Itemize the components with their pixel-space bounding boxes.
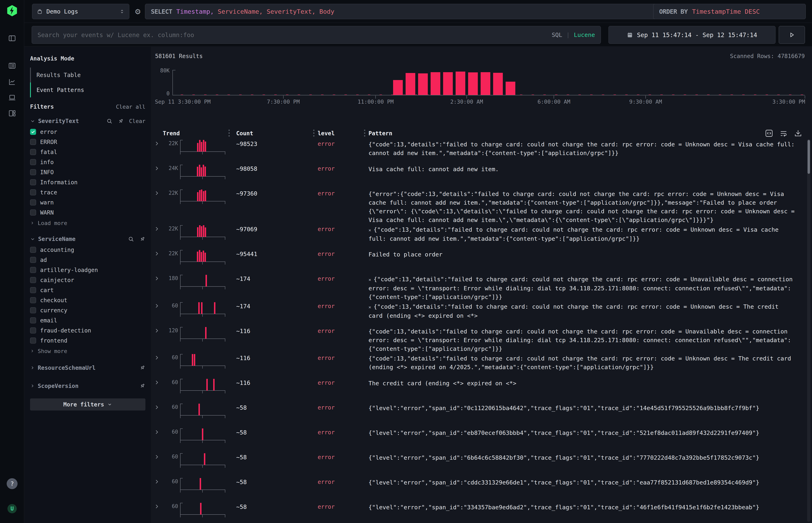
histogram-bar[interactable] [418,73,428,95]
gear-icon[interactable]: ⚙ [133,6,143,17]
pattern-row[interactable]: 22K ~98523 error {"code":13,"details":"f… [152,139,812,164]
search-field[interactable]: SQL | Lucene [32,26,601,44]
filter-option[interactable]: info [30,157,145,167]
pattern-cell[interactable]: {"level":"error","span_id":"6b64c6c58842… [363,452,812,462]
events-histogram[interactable]: 80K 0 Sep 11 3:30:00 PM7:30:00 PM11:00:0… [173,70,805,95]
chevron-down-icon[interactable] [30,236,35,242]
row-expand-chevron-icon[interactable] [154,139,163,146]
filter-option[interactable]: INFO [30,167,145,177]
checkbox-unchecked[interactable] [30,307,36,313]
code-view-icon[interactable] [765,129,773,138]
pattern-cell[interactable]: ×{"code":13,"details":"failed to charge … [363,302,812,320]
mode-results-table[interactable]: Results Table [30,68,145,83]
group-clear-link[interactable]: Clear [129,118,145,124]
time-range-picker[interactable]: Sep 11 15:47:14 - Sep 12 15:47:14 [608,26,776,44]
app-logo[interactable] [6,5,18,17]
pattern-row[interactable]: 60 ~116 error {"code":13,"details":"fail… [152,353,812,378]
column-header-count[interactable]: Count [227,130,312,137]
pattern-cell[interactable]: The credit card (ending <*> expired on <… [363,378,812,388]
row-expand-chevron-icon[interactable] [154,189,163,196]
pattern-row[interactable]: 60 ~58 error {"level":"error","span_id":… [152,477,812,502]
search-input[interactable] [37,32,552,38]
filter-option[interactable]: ERROR [30,137,145,147]
row-expand-chevron-icon[interactable] [154,224,163,232]
row-expand-chevron-icon[interactable] [154,403,163,410]
pattern-row[interactable]: 180 ~174 error ×{"code":13,"details":"fa… [152,274,812,302]
checkbox-unchecked[interactable] [30,287,36,293]
download-icon[interactable] [794,129,802,138]
filter-group-resourceschemaurl[interactable]: ResourceSchemaUrl [30,361,145,374]
filter-option[interactable]: error [30,127,145,137]
row-expand-chevron-icon[interactable] [154,477,163,485]
vertical-scrollbar[interactable] [807,139,810,522]
checkbox-unchecked[interactable] [30,267,36,273]
filter-group-severitytext[interactable]: SeverityText Clear [30,118,145,124]
exclude-x-icon[interactable]: × [369,277,371,282]
help-button[interactable]: ? [7,478,18,489]
sessions-icon[interactable] [8,93,17,102]
filter-option[interactable]: Information [30,177,145,187]
pattern-cell[interactable]: ×{"code":13,"details":"failed to charge … [363,274,812,302]
checkbox-unchecked[interactable] [30,257,36,263]
column-header-trend[interactable]: Trend [154,130,227,137]
mode-event-patterns[interactable]: Event Patterns [30,83,145,97]
checkbox-unchecked[interactable] [30,338,36,344]
histogram-bar[interactable] [406,73,415,95]
filter-group-servicename[interactable]: ServiceName [30,236,145,242]
pattern-row[interactable]: 22K ~97360 error {"error":{"code":13,"de… [152,189,812,224]
pattern-cell[interactable]: {"level":"error","span_id":"eb870ecef063… [363,428,812,437]
more-filters-button[interactable]: More filters [30,398,145,411]
checkbox-unchecked[interactable] [30,149,36,155]
chevron-down-icon[interactable] [30,119,35,124]
histogram-bar[interactable] [456,72,465,95]
pattern-row[interactable]: 60 ~116 error The credit card (ending <*… [152,378,812,403]
toggle-lucene[interactable]: Lucene [574,32,595,38]
run-query-button[interactable] [779,26,805,44]
filter-option[interactable]: email [30,315,145,325]
order-by-input[interactable]: ORDER BY TimestampTime DESC [653,4,806,19]
checkbox-unchecked[interactable] [30,159,36,165]
filter-option[interactable]: artillery-loadgen [30,265,145,275]
filter-option[interactable]: fraud-detection [30,325,145,336]
column-header-level[interactable]: level [312,130,363,137]
filter-option[interactable]: fatal [30,147,145,157]
row-expand-chevron-icon[interactable] [154,452,163,460]
pattern-row[interactable]: 120 ~116 error {"code":13,"details":"fai… [152,326,812,353]
pattern-row[interactable]: 24K ~98058 error Visa cache full: cannot… [152,164,812,189]
filter-option[interactable]: currency [30,305,145,315]
source-select[interactable]: Demo Logs [32,4,129,19]
checkbox-unchecked[interactable] [30,297,36,303]
checkbox-unchecked[interactable] [30,189,36,195]
exclude-x-icon[interactable]: × [369,228,371,233]
histogram-bar[interactable] [443,72,453,95]
search-icon[interactable] [106,118,112,124]
column-grip-icon[interactable] [229,129,230,138]
scrollbar-thumb[interactable] [808,140,810,174]
row-expand-chevron-icon[interactable] [154,274,163,281]
pattern-cell[interactable]: {"code":13,"details":"failed to charge c… [363,139,812,158]
histogram-bar[interactable] [430,72,440,95]
pattern-row[interactable]: 60 ~58 error {"level":"error","span_id":… [152,428,812,452]
pin-icon[interactable] [139,365,145,371]
filter-option[interactable]: trace [30,187,145,197]
row-expand-chevron-icon[interactable] [154,326,163,333]
checkbox-unchecked[interactable] [30,169,36,175]
histogram-bar[interactable] [481,72,490,95]
chart-explorer-icon[interactable] [8,77,17,86]
checkbox-unchecked[interactable] [30,210,36,216]
filter-option[interactable]: checkout [30,295,145,305]
sidebar-toggle-icon[interactable] [8,34,17,43]
pattern-row[interactable]: 60 ~58 error {"level":"error","span_id":… [152,502,812,523]
filter-option[interactable]: frontend [30,336,145,346]
pattern-row[interactable]: 60 ~58 error {"level":"error","span_id":… [152,452,812,477]
exclude-x-icon[interactable]: × [369,305,371,310]
column-grip-icon[interactable] [313,129,314,138]
histogram-bar[interactable] [506,82,515,95]
checkbox-unchecked[interactable] [30,277,36,283]
row-expand-chevron-icon[interactable] [154,249,163,256]
clear-all-link[interactable]: Clear all [116,104,145,110]
row-expand-chevron-icon[interactable] [154,378,163,385]
histogram-bar[interactable] [393,80,403,95]
pattern-cell[interactable]: {"error":{"code":13,"details":"failed to… [363,189,812,224]
filter-option[interactable]: WARN [30,208,145,218]
